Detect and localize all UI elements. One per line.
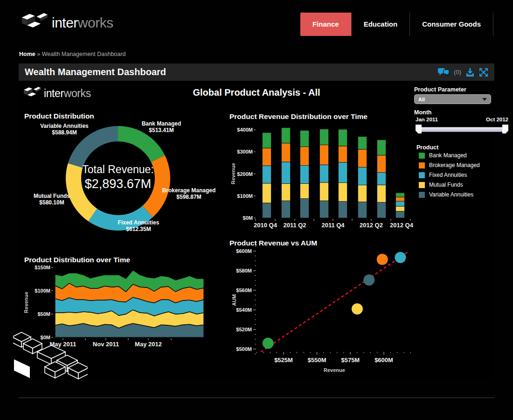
svg-text:$600M: $600M — [374, 357, 393, 364]
month-range-end: Oct 2012 — [486, 117, 508, 122]
bar-segment-bank-managed[interactable] — [358, 137, 367, 149]
bar-segment-fixed-annuities[interactable] — [320, 165, 329, 182]
svg-text:Revenue: Revenue — [230, 163, 236, 184]
month-filter-label: Month — [414, 109, 431, 116]
scatter-point-variable-annuities[interactable] — [363, 274, 374, 286]
bar-segment-brokerage-managed[interactable] — [358, 149, 367, 167]
legend-title: Product — [416, 144, 438, 151]
bar-segment-mutual-funds[interactable] — [320, 182, 329, 201]
bar-segment-fixed-annuities[interactable] — [377, 173, 386, 185]
bar-segment-brokerage-managed[interactable] — [263, 148, 271, 166]
month-range-start: Jan 2011 — [416, 117, 438, 122]
svg-text:2012 Q2: 2012 Q2 — [360, 222, 383, 229]
bar-segment-variable-annuities[interactable] — [300, 198, 309, 218]
page-title: Wealth Management Dashboard — [25, 67, 437, 77]
interworks-logo-icon — [21, 12, 48, 34]
nav-education[interactable]: Education — [351, 13, 410, 36]
legend-swatch-mutual-funds — [419, 182, 425, 188]
scatter-point-brokerage-managed[interactable] — [377, 254, 388, 265]
bar-segment-variable-annuities[interactable] — [339, 202, 347, 218]
svg-text:$100M: $100M — [35, 288, 50, 294]
bar-segment-brokerage-managed[interactable] — [396, 197, 405, 201]
bar-segment-mutual-funds[interactable] — [339, 182, 347, 201]
comments-icon[interactable] — [437, 68, 450, 77]
legend-item-fixed-annuities[interactable]: Fixed Annuities — [419, 172, 467, 178]
bar-segment-bank-managed[interactable] — [396, 193, 405, 197]
breadcrumb-separator: » — [37, 51, 40, 57]
month-range-slider[interactable] — [416, 125, 508, 134]
bar-segment-bank-managed[interactable] — [377, 140, 386, 155]
bar-segment-bank-managed[interactable] — [320, 129, 329, 145]
bar-segment-variable-annuities[interactable] — [320, 201, 329, 218]
bar-segment-brokerage-managed[interactable] — [377, 155, 386, 173]
slider-handle-left[interactable] — [416, 125, 422, 133]
bar-segment-fixed-annuities[interactable] — [339, 162, 347, 182]
bar-segment-fixed-annuities[interactable] — [263, 166, 271, 183]
bar-segment-mutual-funds[interactable] — [300, 183, 309, 198]
legend-item-bank-managed[interactable]: Bank Managed — [419, 152, 467, 159]
site-logo[interactable]: interworks — [21, 12, 113, 34]
svg-text:$560M: $560M — [236, 287, 252, 293]
bar-segment-brokerage-managed[interactable] — [320, 145, 329, 165]
scatter-chart[interactable]: $500M$520M$540M$560M$580M$600M$525M$550M… — [229, 245, 448, 376]
bar-segment-brokerage-managed[interactable] — [282, 143, 291, 162]
bar-segment-mutual-funds[interactable] — [396, 206, 405, 211]
svg-text:2010 Q4: 2010 Q4 — [254, 222, 277, 229]
bar-segment-variable-annuities[interactable] — [377, 202, 386, 218]
dashboard-viz: interworks Global Product Analysis - All… — [19, 82, 494, 379]
svg-text:$520M: $520M — [236, 327, 252, 332]
donut-label-mutual-funds: Mutual Funds$580.10M — [12, 193, 91, 206]
slider-handle-right[interactable] — [502, 125, 508, 133]
nav-consumer-goods[interactable]: Consumer Goods — [409, 13, 493, 36]
scatter-point-bank-managed[interactable] — [263, 337, 274, 349]
svg-text:$400M: $400M — [237, 127, 253, 133]
bar-segment-mutual-funds[interactable] — [282, 183, 291, 201]
product-parameter-value: All — [418, 97, 482, 102]
bar-segment-fixed-annuities[interactable] — [358, 167, 367, 185]
svg-text:2012 Q4: 2012 Q4 — [390, 222, 414, 229]
bar-segment-fixed-annuities[interactable] — [300, 166, 309, 184]
bar-segment-fixed-annuities[interactable] — [282, 162, 291, 183]
bar-chart[interactable]: $0M$100M$200M$300M$400MRevenue2010 Q4201… — [229, 119, 415, 231]
donut-label-bank-managed: Bank Managed$513.41M — [122, 121, 201, 133]
scatter-point-fixed-annuities[interactable] — [395, 252, 406, 263]
breadcrumb-home-link[interactable]: Home — [19, 51, 35, 57]
svg-text:$100M: $100M — [237, 193, 253, 199]
bar-segment-mutual-funds[interactable] — [263, 183, 271, 203]
slider-track[interactable] — [416, 127, 507, 132]
bar-segment-mutual-funds[interactable] — [358, 185, 367, 202]
bar-segment-bank-managed[interactable] — [339, 129, 347, 146]
product-parameter-label: Product Parameter — [414, 86, 466, 93]
bar-segment-brokerage-managed[interactable] — [300, 147, 309, 165]
svg-text:$200M: $200M — [237, 171, 253, 177]
nav-finance[interactable]: Finance — [300, 13, 351, 36]
footer-divider — [19, 398, 494, 398]
bar-segment-variable-annuities[interactable] — [282, 201, 291, 218]
bar-segment-brokerage-managed[interactable] — [339, 146, 347, 162]
svg-text:Nov 2011: Nov 2011 — [93, 341, 119, 348]
bar-segment-bank-managed[interactable] — [282, 128, 291, 143]
product-parameter-dropdown[interactable]: All — [414, 94, 491, 104]
bar-segment-bank-managed[interactable] — [300, 130, 309, 147]
svg-text:$575M: $575M — [341, 357, 360, 364]
legend-item-mutual-funds[interactable]: Mutual Funds — [419, 182, 463, 188]
breadcrumb-current: Wealth Management Dashboard — [42, 51, 126, 57]
donut-label-fixed-annuities: Fixed Annuities$612.35M — [99, 220, 178, 232]
bar-segment-fixed-annuities[interactable] — [396, 201, 405, 206]
legend-item-variable-annuities[interactable]: Variable Annuities — [419, 191, 473, 198]
legend-swatch-bank-managed — [419, 153, 425, 159]
scatter-point-mutual-funds[interactable] — [352, 303, 363, 315]
svg-text:$50M: $50M — [37, 311, 50, 317]
fullscreen-icon[interactable] — [479, 68, 488, 77]
legend-label: Brokerage Managed — [429, 162, 480, 168]
site-logo-wordmark: interworks — [52, 15, 113, 31]
bar-segment-bank-managed[interactable] — [263, 133, 271, 148]
svg-text:2011 Q4: 2011 Q4 — [321, 222, 345, 229]
download-icon[interactable] — [465, 68, 475, 77]
bar-segment-variable-annuities[interactable] — [263, 203, 271, 218]
bar-segment-mutual-funds[interactable] — [377, 185, 386, 202]
svg-text:$0M: $0M — [243, 215, 253, 221]
legend-item-brokerage-managed[interactable]: Brokerage Managed — [419, 162, 480, 168]
bar-segment-variable-annuities[interactable] — [358, 202, 367, 218]
bar-segment-variable-annuities[interactable] — [396, 211, 405, 218]
